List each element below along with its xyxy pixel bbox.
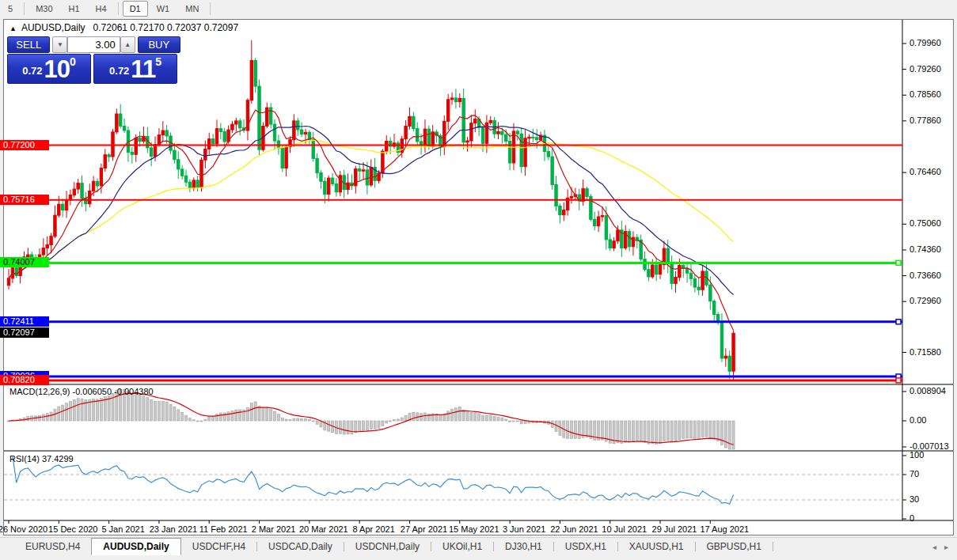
price-axis-tick: 0.79960 — [910, 38, 941, 47]
chart-symbol-label: AUDUSD,Daily — [21, 22, 85, 33]
price-tag: 0.75716 — [0, 195, 49, 205]
date-axis-label: 17 Aug 2021 — [700, 524, 749, 534]
volume-increase-button[interactable]: ▲ — [120, 36, 135, 53]
rsi-axis-tick: 100 — [910, 450, 924, 460]
date-axis-label: 29 Jul 2021 — [652, 524, 697, 534]
macd-layer — [8, 389, 735, 449]
chart-title: ▲AUDUSD,Daily0.72061 0.72170 0.72037 0.7… — [9, 22, 238, 33]
price-axis-tick: 0.71580 — [910, 347, 941, 357]
price-axis-tick: 0.73660 — [910, 271, 941, 280]
date-axis-label: 20 Mar 2021 — [299, 524, 348, 534]
price-tag: 0.72097 — [0, 327, 49, 338]
date-axis-label: 22 Jun 2021 — [550, 524, 598, 534]
date-axis-label: 2 Mar 2021 — [252, 524, 296, 534]
chart-tab-ukoil[interactable]: UKOil,H1 — [431, 538, 493, 555]
date-axis-label: 15 Dec 2020 — [48, 524, 97, 534]
sell-price-prefix: 0.72 — [22, 61, 42, 81]
date-axis-label: 5 Jan 2021 — [101, 524, 144, 534]
price-axis-tick: 0.79260 — [910, 64, 941, 74]
macd-label: MACD(12,26,9) -0.006050 -0.004380 — [9, 387, 154, 396]
moving-averages-layer — [9, 110, 734, 330]
price-tag: 0.74007 — [0, 257, 49, 267]
price-axis-tick: 0.76460 — [910, 167, 941, 176]
buy-price-button[interactable]: 0.72115 — [93, 54, 177, 84]
chart-tab-usdcnh[interactable]: USDCNH,Daily — [344, 538, 431, 555]
buy-price-prefix: 0.72 — [109, 61, 129, 81]
sell-price-sup: 0 — [70, 56, 76, 67]
chart-tab-xauusd[interactable]: XAUUSD,H1 — [618, 538, 695, 555]
rsi-layer — [4, 456, 902, 504]
volume-decrease-button[interactable]: ▼ — [52, 36, 67, 53]
chart-tab-usdchf[interactable]: USDCHF,H4 — [181, 538, 256, 555]
horizontal-levels-layer — [4, 146, 902, 380]
buy-price-sup: 5 — [155, 56, 161, 67]
date-axis-label: 11 Feb 2021 — [199, 524, 248, 534]
price-axis-tick: 0.74360 — [910, 244, 941, 254]
tabs-scroll-left-icon[interactable]: ◂ — [929, 543, 940, 551]
one-click-trading-panel: SELL ▼ 3.00 ▲ BUY 0.72100 0.72115 — [7, 36, 180, 84]
chart-tab-usdcad[interactable]: USDCAD,Daily — [257, 538, 344, 555]
date-axis-label: 26 Nov 2020 — [0, 524, 47, 534]
chart-frame-lines — [4, 20, 953, 520]
sell-price-big: 10 — [44, 57, 70, 81]
chart-ohlc-values: 0.72061 0.72170 0.72037 0.72097 — [93, 22, 239, 33]
date-axis-label: 10 Jul 2021 — [602, 524, 647, 534]
date-axis-label: 3 Jun 2021 — [503, 524, 545, 534]
mt4-terminal: 5M30H1H4D1W1MN ▲AUDUSD,Daily0.72061 0.72… — [0, 0, 957, 560]
chart-tab-eurusd[interactable]: EURUSD,H4 — [14, 538, 91, 555]
rsi-axis-tick: 70 — [910, 469, 919, 479]
sell-price-button[interactable]: 0.72100 — [7, 54, 91, 84]
date-axis-label: 27 Apr 2021 — [401, 524, 447, 534]
axis-ticks-layer — [9, 44, 906, 524]
buy-price-big: 11 — [131, 57, 155, 81]
tab-separator — [773, 542, 773, 551]
price-axis-tick: 0.77860 — [910, 115, 941, 125]
price-tag: 0.70820 — [0, 375, 49, 385]
candlestick-layer — [7, 40, 735, 381]
chart-tab-audusd[interactable]: AUDUSD,Daily — [91, 538, 180, 555]
chart-tab-usdx[interactable]: USDX,H1 — [554, 538, 617, 555]
collapse-triangle-icon[interactable]: ▲ — [9, 25, 17, 32]
rsi-axis-tick: 30 — [910, 494, 919, 504]
chart-tab-dj30[interactable]: DJ30,H1 — [494, 538, 553, 555]
tabs-scroll-right-icon[interactable]: ▸ — [940, 543, 952, 551]
rsi-axis-tick: 0 — [910, 513, 914, 523]
date-axis-label: 8 Apr 2021 — [353, 524, 395, 534]
chart-tab-gbpusd[interactable]: GBPUSD,H1 — [696, 538, 773, 555]
date-axis-label: 15 May 2021 — [449, 524, 499, 534]
macd-axis-tick: 0.008904 — [910, 386, 946, 395]
price-axis-tick: 0.72960 — [910, 296, 941, 305]
buy-button[interactable]: BUY — [138, 36, 180, 53]
rsi-label: RSI(14) 37.4299 — [9, 454, 74, 464]
price-tag: 0.77200 — [0, 140, 49, 150]
macd-axis-tick: 0.00 — [910, 415, 926, 425]
volume-input[interactable]: 3.00 — [67, 36, 120, 53]
chart-canvas — [0, 0, 957, 560]
price-axis-tick: 0.75060 — [910, 218, 941, 228]
price-axis-tick: 0.78560 — [910, 89, 941, 99]
chart-tab-bar: EURUSD,H4AUDUSD,DailyUSDCHF,H4USDCAD,Dai… — [0, 537, 957, 555]
date-axis-label: 23 Jan 2021 — [150, 524, 198, 534]
sell-button[interactable]: SELL — [7, 36, 50, 53]
price-tag: 0.72411 — [0, 316, 49, 327]
